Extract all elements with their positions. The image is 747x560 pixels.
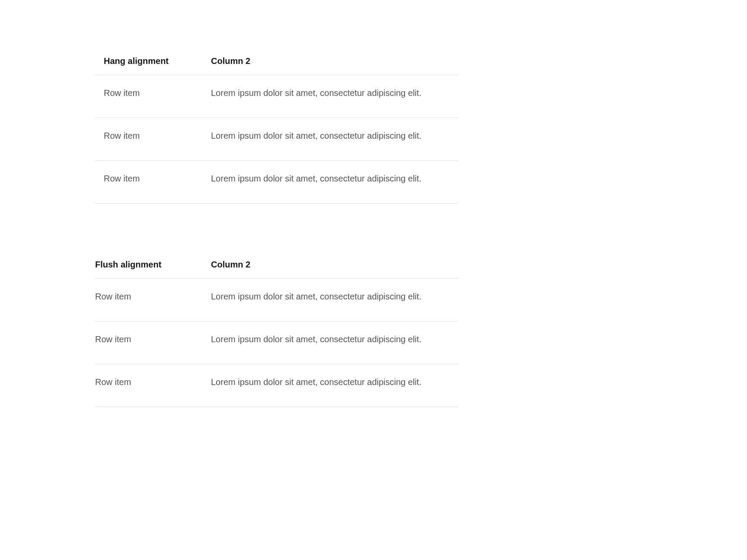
row-label: Row item — [95, 292, 131, 301]
table-row: Row item Lorem ipsum dolor sit amet, con… — [95, 118, 458, 161]
table-row: Row item Lorem ipsum dolor sit amet, con… — [95, 75, 458, 118]
row-content: Lorem ipsum dolor sit amet, consectetur … — [211, 88, 421, 98]
row-label: Row item — [104, 174, 140, 183]
row-label: Row item — [104, 88, 140, 98]
column-2-header: Column 2 — [211, 56, 250, 66]
row-content: Lorem ipsum dolor sit amet, consectetur … — [211, 377, 421, 387]
hang-alignment-table: Hang alignment Column 2 Row item Lorem i… — [95, 56, 458, 204]
column-1-header: Hang alignment — [104, 56, 169, 66]
row-content: Lorem ipsum dolor sit amet, consectetur … — [211, 334, 421, 344]
table-header-row: Flush alignment Column 2 — [95, 260, 458, 279]
column-2-header: Column 2 — [211, 260, 250, 269]
row-label: Row item — [95, 334, 131, 344]
row-content: Lorem ipsum dolor sit amet, consectetur … — [211, 174, 421, 183]
table-row: Row item Lorem ipsum dolor sit amet, con… — [95, 279, 458, 321]
row-content: Lorem ipsum dolor sit amet, consectetur … — [211, 131, 421, 140]
flush-alignment-table: Flush alignment Column 2 Row item Lorem … — [95, 260, 458, 407]
row-content: Lorem ipsum dolor sit amet, consectetur … — [211, 292, 421, 301]
column-1-header: Flush alignment — [95, 260, 161, 269]
row-label: Row item — [104, 131, 140, 140]
table-row: Row item Lorem ipsum dolor sit amet, con… — [95, 321, 458, 364]
table-header-row: Hang alignment Column 2 — [95, 56, 458, 75]
row-label: Row item — [95, 377, 131, 387]
table-row: Row item Lorem ipsum dolor sit amet, con… — [95, 161, 458, 204]
table-row: Row item Lorem ipsum dolor sit amet, con… — [95, 364, 458, 407]
